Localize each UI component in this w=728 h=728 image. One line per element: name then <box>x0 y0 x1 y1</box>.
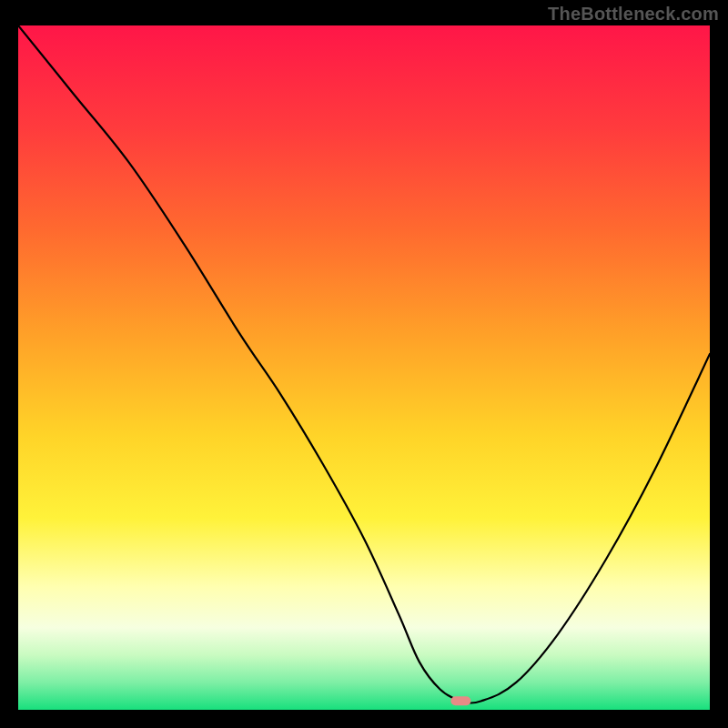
chart-frame: TheBottleneck.com <box>0 0 728 728</box>
chart-svg <box>18 25 710 710</box>
optimum-marker <box>450 696 470 705</box>
plot-area <box>18 25 710 710</box>
watermark-text: TheBottleneck.com <box>548 4 719 25</box>
gradient-background <box>18 25 710 710</box>
